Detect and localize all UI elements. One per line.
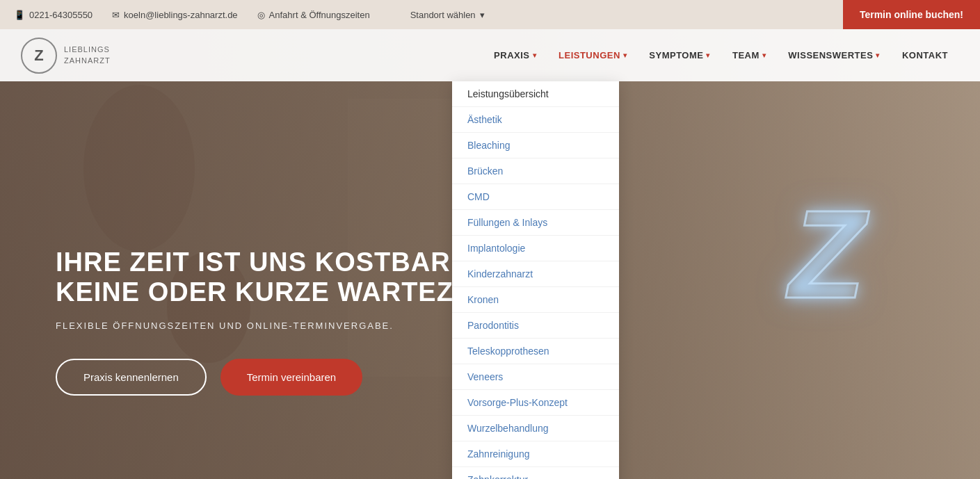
nav-label-leistungen: LEISTUNGEN: [559, 50, 620, 60]
standort-select[interactable]: Standort wählen ▾: [410, 10, 485, 20]
phone-icon: 📱: [14, 10, 25, 20]
nav-links: PRAXIS ▾ LEISTUNGEN ▾ SYMPTOME ▾ TEAM ▾ …: [483, 29, 959, 81]
dropdown-item-11[interactable]: Veneers: [452, 364, 619, 390]
nav-item-wissenswertes[interactable]: WISSENSWERTES ▾: [777, 29, 891, 81]
logo-line1: LIEBLINGS: [64, 44, 111, 55]
nav-label-symptome: SYMPTOME: [649, 50, 703, 60]
dropdown-item-5[interactable]: Füllungen & Inlays: [452, 210, 619, 236]
nav-item-team[interactable]: TEAM ▾: [721, 29, 777, 81]
topbar: 📱 0221-64305550 ✉ koeln@lieblings-zahnar…: [0, 0, 980, 29]
chevron-down-icon: ▾: [480, 10, 485, 20]
location-icon: ◎: [257, 10, 265, 20]
nav-item-praxis[interactable]: PRAXIS ▾: [483, 29, 547, 81]
termin-vereinbaren-button[interactable]: Termin vereinbaren: [220, 359, 362, 396]
nav-label-wissenswertes: WISSENSWERTES: [788, 50, 873, 60]
hours-link[interactable]: Anfahrt & Öffnungszeiten: [269, 10, 370, 20]
nav-item-leistungen[interactable]: LEISTUNGEN ▾: [547, 29, 638, 81]
wissenswertes-caret-icon: ▾: [876, 51, 880, 59]
dropdown-item-7[interactable]: Kinderzahnarzt: [452, 261, 619, 287]
logo-text: LIEBLINGS ZAHNARZT: [64, 44, 111, 66]
topbar-contact: 📱 0221-64305550 ✉ koeln@lieblings-zahnar…: [14, 10, 485, 20]
nav-item-kontakt[interactable]: KONTAKT: [891, 29, 959, 81]
neon-sign-text: Z: [789, 192, 858, 317]
dropdown-item-6[interactable]: Implantologie: [452, 236, 619, 261]
symptome-caret-icon: ▾: [706, 51, 710, 59]
dropdown-item-13[interactable]: Wurzelbehandlung: [452, 416, 619, 441]
dropdown-item-3[interactable]: Brücken: [452, 159, 619, 184]
praxis-kennenlernen-button[interactable]: Praxis kennenlernen: [56, 359, 207, 396]
dropdown-item-2[interactable]: Bleaching: [452, 133, 619, 159]
logo[interactable]: Z LIEBLINGS ZAHNARZT: [21, 38, 111, 74]
dropdown-item-8[interactable]: Kronen: [452, 287, 619, 313]
neon-decoration: Z: [667, 29, 980, 479]
nav-item-symptome[interactable]: SYMPTOME ▾: [638, 29, 721, 81]
email-icon: ✉: [112, 10, 120, 20]
email-address[interactable]: koeln@lieblings-zahnarzt.de: [124, 10, 238, 20]
dropdown-item-15[interactable]: Zahnkorrektur: [452, 467, 619, 479]
dropdown-item-14[interactable]: Zahnreinigung: [452, 441, 619, 467]
email-item: ✉ koeln@lieblings-zahnarzt.de: [112, 10, 238, 20]
logo-line2: ZAHNARZT: [64, 56, 111, 66]
praxis-caret-icon: ▾: [533, 51, 537, 59]
dropdown-item-9[interactable]: Parodontitis: [452, 313, 619, 339]
nav-label-team: TEAM: [732, 50, 760, 60]
team-caret-icon: ▾: [762, 51, 766, 59]
phone-item: 📱 0221-64305550: [14, 10, 93, 20]
logo-letter: Z: [34, 47, 43, 65]
dropdown-item-10[interactable]: Teleskopprothesen: [452, 339, 619, 364]
dropdown-item-1[interactable]: Ästhetik: [452, 107, 619, 133]
hours-item: ◎ Anfahrt & Öffnungszeiten: [257, 10, 370, 20]
leistungen-caret-icon: ▾: [623, 51, 627, 59]
hero-section: Z Z LIEBLINGS ZAHNARZT PRAXIS ▾ LEISTUNG…: [0, 29, 980, 479]
standort-label: Standort wählen: [410, 10, 476, 20]
nav-label-kontakt: KONTAKT: [902, 50, 948, 60]
dropdown-item-4[interactable]: CMD: [452, 184, 619, 210]
dropdown-item-12[interactable]: Vorsorge-Plus-Konzept: [452, 390, 619, 416]
logo-circle: Z: [21, 38, 57, 74]
nav-label-praxis: PRAXIS: [494, 50, 529, 60]
leistungen-dropdown: Leistungsübersicht Ästhetik Bleaching Br…: [452, 81, 619, 479]
dropdown-item-0[interactable]: Leistungsübersicht: [452, 81, 619, 107]
navbar: Z LIEBLINGS ZAHNARZT PRAXIS ▾ LEISTUNGEN…: [0, 29, 980, 81]
topbar-cta-button[interactable]: Termin online buchen!: [843, 0, 980, 29]
phone-number[interactable]: 0221-64305550: [29, 10, 93, 20]
